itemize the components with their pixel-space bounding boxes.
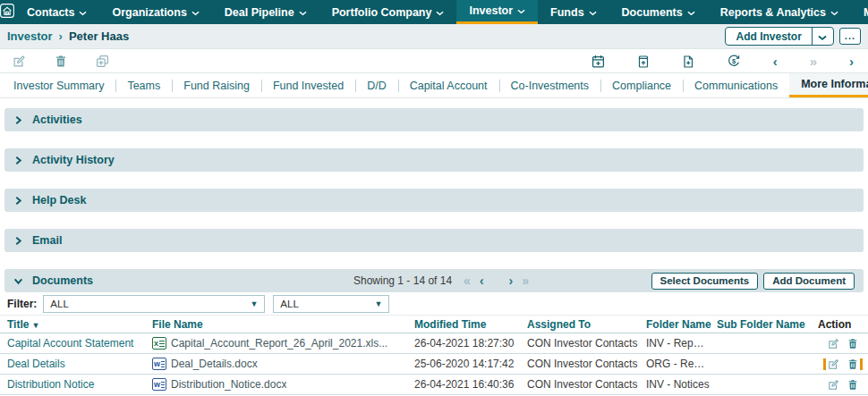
nav-item-label: Reports & Analytics (720, 6, 826, 19)
task-add-icon[interactable] (637, 55, 650, 68)
column-header-title[interactable]: Title▼ (0, 318, 145, 331)
doc-title-link[interactable]: Deal Details (0, 358, 145, 370)
delete-icon[interactable] (847, 379, 858, 391)
nav-item-deal-pipeline[interactable]: Deal Pipeline (212, 0, 319, 24)
tab-more-information[interactable]: More Information (789, 73, 868, 97)
nav-item-reports-analytics[interactable]: Reports & Analytics (708, 0, 851, 24)
section-header-activities[interactable]: Activities (4, 108, 864, 131)
nav-item-label: Investor (469, 4, 513, 17)
tab-compliance[interactable]: Compliance (600, 73, 683, 97)
nav-item-contacts[interactable]: Contacts (14, 0, 99, 24)
column-header-file-name[interactable]: File Name (145, 318, 407, 331)
section-header-help-desk[interactable]: Help Desk (4, 189, 864, 212)
tab-co-investments[interactable]: Co-Investments (499, 73, 601, 97)
table-row: Deal Details w Deal_Details.docx 25-06-2… (0, 354, 868, 375)
next-page-icon[interactable]: › (506, 274, 516, 287)
column-header-assigned-to[interactable]: Assigned To (520, 318, 639, 331)
nav-item-label: Documents (622, 6, 683, 19)
dropdown-value: ALL (50, 299, 68, 309)
section-title: Email (32, 234, 62, 247)
edit-icon[interactable] (828, 379, 839, 391)
nav-item-more[interactable]: More (851, 0, 868, 24)
chevron-down-icon (191, 11, 200, 16)
dropdown-value: ALL (280, 299, 298, 309)
section-title: Help Desk (32, 194, 86, 206)
edit-icon[interactable] (828, 358, 839, 370)
first-page-icon[interactable]: « (461, 274, 473, 287)
doc-modified-time: 25-06-2020 14:17:42 (407, 358, 520, 370)
table-row: Distribution Notice w Distribution_Notic… (0, 375, 868, 395)
chevron-down-icon (517, 9, 525, 14)
previous-record-icon[interactable]: ‹ (773, 55, 778, 68)
file-name-link[interactable]: Capital_Account_Report_26_April_2021.xls… (171, 337, 387, 350)
doc-modified-time: 26-04-2021 18:27:30 (407, 337, 520, 350)
nav-items: Contacts Organizations Deal Pipeline Por… (14, 0, 868, 24)
chevron-down-icon (687, 11, 695, 16)
clone-icon[interactable] (96, 55, 109, 68)
edit-icon[interactable] (828, 338, 839, 350)
nav-item-label: Organizations (112, 6, 186, 19)
home-button[interactable] (0, 0, 14, 24)
page-title: Peter Haas (69, 29, 129, 43)
nav-item-portfolio-company[interactable]: Portfolio Company (319, 0, 457, 24)
nav-item-label: Funds (550, 6, 584, 19)
top-navigation-bar: Contacts Organizations Deal Pipeline Por… (0, 0, 868, 24)
breadcrumb-parent-link[interactable]: Investor (7, 29, 53, 43)
nav-item-organizations[interactable]: Organizations (99, 0, 211, 24)
tab-capital-account[interactable]: Capital Account (398, 73, 499, 97)
dropdown-arrow-icon: ▼ (374, 299, 382, 308)
section-title: Activity History (32, 154, 115, 166)
nav-item-label: Deal Pipeline (225, 6, 294, 19)
chevron-down-icon (13, 276, 23, 286)
chevron-down-icon (589, 11, 597, 16)
last-page-icon[interactable]: » (519, 274, 532, 287)
doc-action-cell (811, 338, 868, 350)
column-header-modified-time[interactable]: Modified Time (407, 318, 520, 331)
next-record-icon[interactable]: › (849, 55, 854, 68)
last-record-icon[interactable]: » (810, 55, 817, 68)
previous-page-icon[interactable]: ‹ (477, 274, 487, 287)
sync-currency-icon[interactable]: $ (727, 54, 741, 68)
file-name-link[interactable]: Deal_Details.docx (171, 358, 258, 370)
doc-title-link[interactable]: Distribution Notice (0, 378, 145, 391)
column-header-sub-folder-name[interactable]: Sub Folder Name (710, 318, 811, 331)
column-header-folder-name[interactable]: Folder Name (639, 318, 710, 331)
chevron-down-icon (79, 11, 87, 16)
file-name-link[interactable]: Distribution_Notice.docx (171, 378, 286, 391)
delete-icon[interactable] (847, 338, 858, 350)
tab-teams[interactable]: Teams (115, 73, 172, 97)
tab-d-d[interactable]: D/D (355, 73, 398, 97)
add-investor-dropdown-button[interactable] (812, 28, 833, 45)
nav-item-documents[interactable]: Documents (609, 0, 708, 24)
section-header-activity-history[interactable]: Activity History (4, 148, 864, 172)
home-icon (0, 4, 14, 21)
add-investor-split-button: Add Investor (725, 27, 833, 46)
more-actions-button[interactable]: ... (839, 28, 861, 45)
delete-icon[interactable] (55, 55, 67, 68)
table-row: Capital Account Statement x Capital_Acco… (0, 333, 868, 354)
nav-item-label: Portfolio Company (332, 6, 432, 19)
folder-filter-dropdown[interactable]: ALL ▼ (43, 295, 265, 313)
calendar-add-icon[interactable] (591, 55, 605, 68)
edit-icon[interactable] (13, 55, 26, 68)
section-header-email[interactable]: Email (4, 229, 864, 252)
doc-file-cell: x Capital_Account_Report_26_April_2021.x… (145, 337, 407, 350)
documents-section-header[interactable]: Documents Showing 1 - 14 of 14 « ‹ › » S… (4, 269, 864, 292)
tab-communications[interactable]: Communications (683, 73, 789, 97)
delete-icon[interactable] (847, 358, 858, 370)
tab-investor-summary[interactable]: Investor Summary (2, 73, 115, 97)
doc-action-cell (811, 379, 868, 391)
tab-fund-invested[interactable]: Fund Invested (261, 73, 355, 97)
document-add-icon[interactable] (682, 55, 694, 68)
doc-folder-name: INV - Reports (639, 337, 710, 350)
tab-fund-raising[interactable]: Fund Raising (172, 73, 261, 97)
nav-item-funds[interactable]: Funds (538, 0, 609, 24)
nav-item-label: More (864, 6, 868, 19)
subfolder-filter-dropdown[interactable]: ALL ▼ (273, 295, 389, 313)
nav-item-investor[interactable]: Investor (456, 0, 538, 24)
doc-title-link[interactable]: Capital Account Statement (0, 337, 145, 350)
add-document-button[interactable]: Add Document (763, 273, 855, 290)
select-documents-button[interactable]: Select Documents (651, 273, 759, 290)
chevron-right-icon (13, 236, 23, 246)
add-investor-button[interactable]: Add Investor (726, 28, 811, 45)
